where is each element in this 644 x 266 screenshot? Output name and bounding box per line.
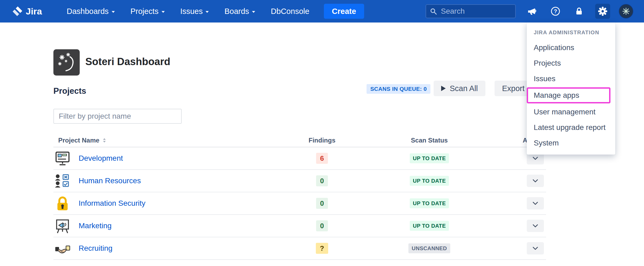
search-icon — [430, 8, 437, 15]
scan-status-badge: UNSCANNED — [408, 243, 450, 253]
menu-item-issues[interactable]: Issues — [527, 71, 615, 87]
svg-text:?: ? — [554, 8, 557, 14]
project-link-human-resources[interactable]: Human Resources — [79, 177, 141, 185]
project-filter-input[interactable] — [53, 109, 182, 124]
table-row-recruiting: Recruiting ? UNSCANNED — [53, 237, 546, 260]
findings-badge: ? — [316, 243, 328, 254]
table-row-marketing: Marketing 0 UP TO DATE — [53, 215, 546, 237]
scans-in-queue-badge: SCANS IN QUEUE: 0 — [367, 84, 430, 94]
menu-item-latest-upgrade-report[interactable]: Latest upgrade report — [527, 120, 615, 135]
jira-brand[interactable]: Jira — [12, 6, 42, 17]
menu-item-user-management[interactable]: User management — [527, 104, 615, 120]
menu-item-manage-apps[interactable]: Manage apps — [527, 87, 610, 103]
table-header-row: Project Name Findings Scan Status Action… — [53, 134, 546, 147]
projects-table: Project Name Findings Scan Status Action… — [53, 134, 546, 260]
menu-item-applications[interactable]: Applications — [527, 40, 615, 55]
user-avatar[interactable] — [619, 4, 633, 18]
play-icon — [441, 86, 446, 91]
avatar-snowflake-icon — [621, 7, 631, 16]
nav-item-label: DbConsole — [271, 7, 309, 16]
menu-item-projects[interactable]: Projects — [527, 55, 615, 71]
nav-item-dbconsole[interactable]: DbConsole — [271, 7, 309, 16]
chevron-down-icon — [252, 11, 255, 13]
page-title: Soteri Dashboard — [85, 56, 170, 68]
chevron-down-icon — [533, 224, 538, 227]
scan-all-label: Scan All — [450, 84, 478, 93]
chevron-down-icon — [112, 11, 115, 13]
human-resources-project-icon — [54, 173, 71, 189]
admin-menu-heading: JIRA ADMINISTRATION — [527, 29, 615, 36]
nav-item-label: Boards — [224, 7, 249, 16]
primary-nav: Dashboards Projects Issues Boards DbCons… — [67, 7, 309, 16]
row-actions-button[interactable] — [527, 220, 544, 232]
admin-settings-button[interactable] — [595, 4, 610, 19]
findings-badge: 0 — [316, 175, 328, 186]
recruiting-project-icon — [54, 241, 71, 257]
question-circle-icon: ? — [551, 6, 560, 16]
jira-administration-menu: JIRA ADMINISTRATION Applications Project… — [527, 23, 615, 155]
project-link-recruiting[interactable]: Recruiting — [79, 244, 112, 253]
megaphone-icon — [527, 6, 537, 16]
nav-item-issues[interactable]: Issues — [180, 7, 209, 16]
help-button[interactable]: ? — [548, 4, 563, 19]
search-input[interactable] — [440, 7, 511, 16]
table-row-human-resources: Human Resources 0 UP TO DATE — [53, 170, 546, 192]
table-row-information-security: Information Security 0 UP TO DATE — [53, 192, 546, 215]
global-search[interactable] — [426, 4, 516, 18]
gear-icon — [598, 6, 608, 16]
scan-all-button[interactable]: Scan All — [434, 81, 485, 96]
chevron-down-icon — [162, 11, 165, 13]
chevron-down-icon — [533, 179, 538, 182]
nav-item-dashboards[interactable]: Dashboards — [67, 7, 115, 16]
chevron-down-icon — [533, 157, 538, 160]
findings-badge: 6 — [316, 153, 328, 164]
marketing-project-icon — [54, 218, 71, 234]
chevron-down-icon — [533, 202, 538, 205]
scan-status-badge: UP TO DATE — [410, 176, 449, 186]
nav-item-label: Issues — [180, 7, 203, 16]
sort-icon — [103, 138, 106, 143]
announcements-button[interactable] — [524, 4, 539, 19]
column-label: Project Name — [58, 137, 99, 144]
project-link-marketing[interactable]: Marketing — [79, 222, 112, 230]
project-link-information-security[interactable]: Information Security — [79, 199, 145, 208]
row-actions-button[interactable] — [527, 242, 544, 254]
chevron-down-icon — [206, 11, 209, 13]
scan-status-badge: UP TO DATE — [410, 153, 449, 163]
nav-item-projects[interactable]: Projects — [130, 7, 165, 16]
export-label: Export — [502, 84, 525, 93]
development-project-icon — [54, 151, 71, 167]
project-link-development[interactable]: Development — [79, 154, 123, 163]
permissions-button[interactable] — [572, 4, 587, 19]
column-header-findings: Findings — [307, 137, 337, 144]
jira-logo-icon — [12, 6, 23, 16]
lock-icon — [575, 7, 584, 16]
chevron-down-icon — [533, 247, 538, 250]
soteri-app-logo — [53, 49, 80, 76]
menu-item-system[interactable]: System — [527, 135, 615, 151]
nav-item-label: Projects — [130, 7, 159, 16]
brand-label: Jira — [26, 6, 42, 17]
nav-right-cluster: ? — [426, 4, 633, 19]
row-actions-button[interactable] — [527, 197, 544, 209]
findings-badge: 0 — [316, 220, 328, 231]
projects-section-heading: Projects — [53, 86, 86, 96]
nav-item-boards[interactable]: Boards — [224, 7, 255, 16]
scan-status-badge: UP TO DATE — [410, 198, 449, 208]
findings-badge: 0 — [316, 198, 328, 209]
create-button[interactable]: Create — [324, 4, 364, 19]
nav-item-label: Dashboards — [67, 7, 109, 16]
table-row-development: Development 6 UP TO DATE — [53, 147, 546, 170]
information-security-project-icon — [54, 196, 71, 212]
column-header-scan-status: Scan Status — [408, 137, 451, 144]
top-nav-bar: Jira Dashboards Projects Issues Boards D… — [0, 0, 644, 23]
column-header-project-name[interactable]: Project Name — [58, 137, 106, 144]
scan-status-badge: UP TO DATE — [410, 221, 449, 231]
row-actions-button[interactable] — [527, 175, 544, 187]
